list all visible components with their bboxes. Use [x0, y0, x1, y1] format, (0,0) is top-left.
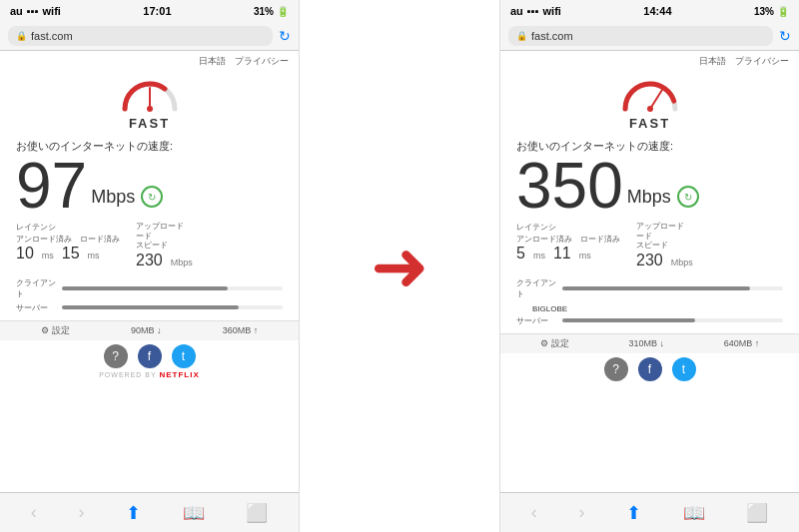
sublabels-right: アンロード済み ロード済み — [516, 234, 620, 245]
svg-point-3 — [647, 106, 653, 112]
back-button-left[interactable]: ‹ — [31, 502, 37, 523]
carrier-right: au — [510, 5, 523, 17]
download-sublabel-left: アンロード済み — [16, 234, 72, 245]
url-text-right: fast.com — [531, 30, 573, 42]
latency-value-right: 5 — [516, 245, 525, 263]
upload-value-right: 230 — [636, 252, 663, 269]
status-bar-left: au ▪▪▪ wifi 17:01 31% 🔋 — [0, 0, 299, 22]
reload-button-left[interactable]: ↻ — [279, 28, 291, 44]
lang-privacy-right: 日本語 プライバシー — [500, 51, 799, 68]
client-label-left: クライアント — [16, 277, 56, 299]
upload-label-right2: 640MB ↑ — [724, 338, 760, 348]
fast-logo-text-right: FAST — [629, 116, 670, 131]
upload-col-right: アップロードードスピード 230 Mbps — [636, 222, 693, 269]
client-bar-left — [62, 286, 228, 290]
upload-sublabel-left: ロード済み — [80, 234, 120, 245]
latency-label-left: レイテンシ — [16, 222, 120, 233]
lock-icon-left: 🔒 — [16, 31, 27, 41]
client-bar-right — [562, 286, 750, 290]
web-content-left: 日本語 プライバシー FAST お使いのインターネットの速度: 97 Mbps … — [0, 51, 299, 492]
refresh-circle-right[interactable]: ↻ — [677, 186, 699, 208]
upload-label-left: 360MB ↑ — [223, 325, 259, 335]
download-item-right: 310MB ↓ — [628, 338, 664, 348]
settings-label-left: 設定 — [52, 324, 70, 337]
netflix-badge-left: POWERED BY NETFLIX — [0, 370, 299, 381]
time-right: 14:44 — [643, 5, 671, 17]
speed-number-left: 97 — [16, 154, 87, 218]
latency-col-right: レイテンシ アンロード済み ロード済み 5 ms 11 ms — [516, 222, 620, 269]
reload-button-right[interactable]: ↻ — [779, 28, 791, 44]
share-button-right[interactable]: ⬆ — [626, 502, 641, 524]
help-icon-button-right[interactable]: ? — [604, 357, 628, 381]
upload-item-left: 360MB ↑ — [223, 325, 259, 335]
sublabels-left: アンロード済み ロード済み — [16, 234, 120, 245]
forward-button-left[interactable]: › — [78, 502, 84, 523]
address-bar-left: 🔒 fast.com ↻ — [0, 22, 299, 51]
settings-item-right[interactable]: ⚙ 設定 — [540, 337, 569, 350]
refresh-area-right: ↻ — [675, 186, 699, 218]
client-bar-container-right — [562, 286, 783, 290]
bottom-nav-left: ‹ › ⬆ 📖 ⬜ — [0, 492, 299, 532]
facebook-icon-button-right[interactable]: f — [638, 357, 662, 381]
client-server-left: クライアント サーバー — [0, 273, 299, 320]
url-field-left[interactable]: 🔒 fast.com — [8, 26, 273, 46]
latency-unit-left: ms — [42, 251, 54, 261]
bookmarks-button-left[interactable]: 📖 — [183, 502, 205, 524]
settings-item-left[interactable]: ⚙ 設定 — [41, 324, 70, 337]
isp-label-right: BIGLOBE — [516, 302, 783, 315]
fast-logo-right: FAST — [500, 68, 799, 135]
netflix-logo-left: NETFLIX — [159, 370, 199, 379]
bottom-bar-left: ⚙ 設定 90MB ↓ 360MB ↑ — [0, 320, 299, 340]
forward-button-right[interactable]: › — [578, 502, 584, 523]
battery-icon-left: 🔋 — [277, 6, 289, 17]
upload-values-left: 230 Mbps — [136, 252, 193, 269]
gear-icon-right: ⚙ — [540, 338, 548, 348]
speed-unit-left: Mbps — [91, 187, 135, 218]
upload-label-left: アップロードードスピード — [136, 222, 193, 251]
server-bar-container-left — [62, 305, 283, 309]
arrow-section: ➜ — [300, 0, 499, 532]
loaded-unit-left: ms — [88, 251, 100, 261]
server-label-left: サーバー — [16, 302, 56, 313]
lang-privacy-left: 日本語 プライバシー — [0, 51, 299, 68]
speed-number-right: 350 — [516, 154, 623, 218]
help-icon-button-left[interactable]: ? — [104, 344, 128, 368]
stats-row-right: レイテンシ アンロード済み ロード済み 5 ms 11 ms アップロードードス… — [500, 218, 799, 273]
download-sublabel-right: アンロード済み — [516, 234, 572, 245]
upload-value-left: 230 — [136, 252, 163, 269]
gear-icon-left: ⚙ — [41, 325, 49, 335]
speedometer-icon-left — [120, 74, 180, 114]
loaded-value-right: 11 — [553, 245, 571, 263]
refresh-circle-left[interactable]: ↻ — [141, 186, 163, 208]
wifi-icon: wifi — [43, 5, 61, 17]
back-button-right[interactable]: ‹ — [531, 502, 537, 523]
speed-display-right: 350 Mbps ↻ — [500, 154, 799, 218]
speed-unit-right: Mbps — [627, 187, 671, 218]
tabs-button-right[interactable]: ⬜ — [746, 502, 768, 524]
client-server-right: クライアント BIGLOBE サーバー — [500, 273, 799, 333]
latency-values-left: 10 ms 15 ms — [16, 245, 120, 263]
time-left: 17:01 — [143, 5, 171, 17]
download-item-left: 90MB ↓ — [131, 325, 162, 335]
url-field-right[interactable]: 🔒 fast.com — [508, 26, 773, 46]
speedometer-icon-right — [620, 74, 680, 114]
wifi-icon-right: wifi — [543, 5, 561, 17]
server-bar-container-right — [562, 318, 783, 322]
fast-logo-left: FAST — [0, 68, 299, 135]
server-row-left: サーバー — [16, 302, 283, 313]
bookmarks-button-right[interactable]: 📖 — [683, 502, 705, 524]
facebook-icon-button-left[interactable]: f — [138, 344, 162, 368]
share-button-left[interactable]: ⬆ — [126, 502, 141, 524]
bottom-nav-right: ‹ › ⬆ 📖 ⬜ — [500, 492, 799, 532]
address-bar-right: 🔒 fast.com ↻ — [500, 22, 799, 51]
lock-icon-right: 🔒 — [516, 31, 527, 41]
upload-values-right: 230 Mbps — [636, 252, 693, 269]
tabs-button-left[interactable]: ⬜ — [246, 502, 268, 524]
refresh-area-left: ↻ — [139, 186, 163, 218]
client-row-left: クライアント — [16, 277, 283, 299]
download-label-left: 90MB ↓ — [131, 325, 162, 335]
twitter-icon-button-right[interactable]: t — [672, 357, 696, 381]
twitter-icon-button-left[interactable]: t — [172, 344, 196, 368]
client-bar-container-left — [62, 286, 283, 290]
stats-row-left: レイテンシ アンロード済み ロード済み 10 ms 15 ms アップロードード… — [0, 218, 299, 273]
